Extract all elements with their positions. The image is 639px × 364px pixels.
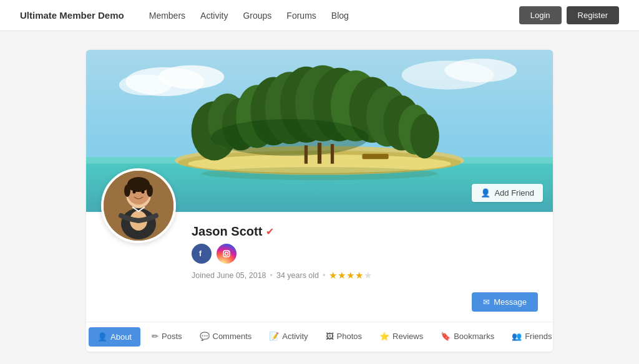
- tab-comments[interactable]: 💬 Comments: [191, 322, 261, 352]
- nav-forums[interactable]: Forums: [286, 11, 316, 21]
- instagram-icon[interactable]: [217, 244, 237, 264]
- svg-point-38: [147, 184, 153, 197]
- tab-activity[interactable]: 📝 Activity: [260, 322, 316, 352]
- svg-point-25: [410, 114, 439, 159]
- friends-icon: 👥: [512, 332, 522, 341]
- navbar-actions: Login Register: [519, 6, 619, 24]
- verified-badge: ✔: [266, 226, 274, 237]
- tab-friends[interactable]: 👥 Friends: [503, 322, 553, 352]
- reviews-icon: ⭐: [379, 332, 389, 341]
- profile-age: 34 years old: [276, 271, 319, 280]
- svg-point-31: [201, 167, 437, 180]
- envelope-icon: ✉: [483, 297, 490, 307]
- tab-photos[interactable]: 🖼 Photos: [317, 322, 371, 352]
- nav-blog[interactable]: Blog: [331, 11, 349, 21]
- brand: Ultimate Member Demo: [20, 10, 124, 21]
- svg-rect-29: [331, 144, 334, 164]
- social-icons: f: [192, 244, 538, 264]
- photos-icon: 🖼: [326, 332, 334, 341]
- svg-point-5: [444, 59, 517, 82]
- svg-rect-28: [305, 145, 308, 163]
- svg-point-46: [228, 251, 230, 252]
- nav-groups[interactable]: Groups: [243, 11, 271, 21]
- tab-posts[interactable]: ✏ Posts: [143, 322, 191, 352]
- message-button[interactable]: ✉ Message: [472, 292, 538, 312]
- profile-tabs: 👤 About ✏ Posts 💬 Comments 📝 Activity 🖼 …: [86, 322, 553, 352]
- add-friend-button[interactable]: 👤 Add Friend: [472, 184, 543, 202]
- svg-rect-30: [362, 154, 388, 159]
- svg-point-39: [133, 191, 136, 194]
- about-icon: 👤: [97, 332, 107, 342]
- svg-text:f: f: [199, 249, 202, 258]
- svg-point-3: [119, 74, 172, 95]
- svg-rect-27: [318, 143, 321, 164]
- profile-card: 👤 Add Friend: [86, 50, 553, 352]
- svg-point-37: [124, 184, 130, 197]
- profile-meta: Joined June 05, 2018 • 34 years old • ★ …: [192, 270, 538, 281]
- posts-icon: ✏: [152, 332, 159, 341]
- register-button[interactable]: Register: [567, 6, 619, 24]
- login-button[interactable]: Login: [519, 6, 562, 24]
- person-icon: 👤: [480, 188, 490, 198]
- comments-icon: 💬: [200, 332, 210, 341]
- profile-info: Jason Scott ✔ f: [86, 212, 553, 322]
- activity-icon: 📝: [269, 332, 279, 341]
- svg-point-26: [211, 119, 369, 156]
- nav-menu: Members Activity Groups Forums Blog: [149, 11, 519, 21]
- svg-point-40: [142, 191, 145, 194]
- profile-name: Jason Scott: [192, 224, 262, 239]
- avatar: [101, 168, 176, 243]
- svg-point-36: [127, 177, 150, 192]
- tab-bookmarks[interactable]: 🔖 Bookmarks: [432, 322, 503, 352]
- star-rating: ★ ★ ★ ★ ★: [329, 270, 372, 281]
- navbar: Ultimate Member Demo Members Activity Gr…: [0, 0, 639, 31]
- tab-reviews[interactable]: ⭐ Reviews: [371, 322, 432, 352]
- svg-point-45: [225, 252, 228, 256]
- tab-about[interactable]: 👤 About: [89, 327, 140, 347]
- facebook-icon[interactable]: f: [192, 244, 212, 264]
- nav-activity[interactable]: Activity: [200, 11, 228, 21]
- page-content: 👤 Add Friend: [76, 50, 563, 364]
- profile-name-row: Jason Scott ✔: [192, 224, 538, 239]
- message-btn-row: ✉ Message: [192, 292, 538, 322]
- bookmarks-icon: 🔖: [441, 332, 451, 341]
- joined-date: Joined June 05, 2018: [192, 271, 266, 280]
- nav-members[interactable]: Members: [149, 11, 185, 21]
